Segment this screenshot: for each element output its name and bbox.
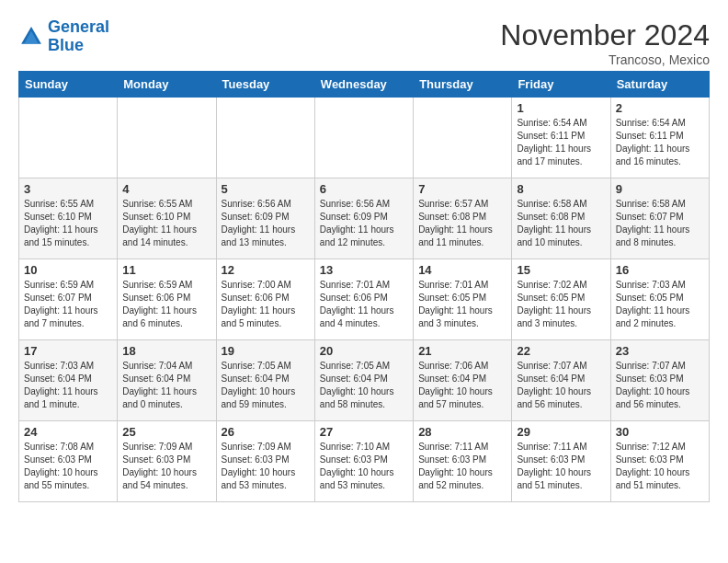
logo-text: General Blue [48,18,109,55]
day-info: Sunrise: 7:03 AM Sunset: 6:04 PM Dayligh… [24,360,112,411]
day-number: 6 [320,182,408,196]
day-number: 14 [418,263,506,277]
calendar-header: SundayMondayTuesdayWednesdayThursdayFrid… [19,72,710,98]
calendar-cell: 17Sunrise: 7:03 AM Sunset: 6:04 PM Dayli… [19,340,118,421]
page-header: General Blue November 2024 Trancoso, Mex… [18,18,710,67]
day-number: 29 [517,425,605,439]
calendar-table: SundayMondayTuesdayWednesdayThursdayFrid… [18,71,710,502]
day-number: 24 [24,425,112,439]
calendar-cell: 14Sunrise: 7:01 AM Sunset: 6:05 PM Dayli… [414,259,512,340]
month-title: November 2024 [500,18,710,52]
day-info: Sunrise: 7:08 AM Sunset: 6:03 PM Dayligh… [24,441,112,492]
day-info: Sunrise: 7:03 AM Sunset: 6:05 PM Dayligh… [616,279,704,330]
calendar-cell: 7Sunrise: 6:57 AM Sunset: 6:08 PM Daylig… [414,178,512,259]
day-number: 28 [418,425,506,439]
calendar-cell: 19Sunrise: 7:05 AM Sunset: 6:04 PM Dayli… [216,340,314,421]
calendar-cell [118,98,216,178]
day-number: 21 [418,344,506,358]
day-info: Sunrise: 6:58 AM Sunset: 6:07 PM Dayligh… [616,198,704,249]
day-number: 10 [24,263,112,277]
weekday-header-saturday: Saturday [610,72,709,98]
day-number: 4 [122,182,210,196]
day-info: Sunrise: 6:56 AM Sunset: 6:09 PM Dayligh… [222,198,310,249]
title-block: November 2024 Trancoso, Mexico [500,18,710,67]
weekday-header-tuesday: Tuesday [216,72,314,98]
day-number: 1 [517,101,605,115]
calendar-cell: 10Sunrise: 6:59 AM Sunset: 6:07 PM Dayli… [19,259,118,340]
day-number: 8 [517,182,605,196]
day-info: Sunrise: 6:55 AM Sunset: 6:10 PM Dayligh… [122,198,210,249]
weekday-header-monday: Monday [118,72,216,98]
day-number: 9 [616,182,704,196]
calendar-cell: 5Sunrise: 6:56 AM Sunset: 6:09 PM Daylig… [216,178,314,259]
day-info: Sunrise: 6:55 AM Sunset: 6:10 PM Dayligh… [24,198,112,249]
location: Trancoso, Mexico [500,52,710,67]
logo: General Blue [18,18,109,55]
day-info: Sunrise: 7:06 AM Sunset: 6:04 PM Dayligh… [418,360,506,411]
calendar-cell: 16Sunrise: 7:03 AM Sunset: 6:05 PM Dayli… [610,259,709,340]
weekday-header-wednesday: Wednesday [314,72,413,98]
day-number: 17 [24,344,112,358]
calendar-week-1: 3Sunrise: 6:55 AM Sunset: 6:10 PM Daylig… [19,178,710,259]
day-info: Sunrise: 6:59 AM Sunset: 6:07 PM Dayligh… [24,279,112,330]
calendar-cell: 11Sunrise: 6:59 AM Sunset: 6:06 PM Dayli… [118,259,216,340]
calendar-cell: 18Sunrise: 7:04 AM Sunset: 6:04 PM Dayli… [118,340,216,421]
calendar-cell: 20Sunrise: 7:05 AM Sunset: 6:04 PM Dayli… [314,340,413,421]
calendar-cell: 13Sunrise: 7:01 AM Sunset: 6:06 PM Dayli… [314,259,413,340]
day-number: 26 [222,425,310,439]
calendar-cell: 3Sunrise: 6:55 AM Sunset: 6:10 PM Daylig… [19,178,118,259]
calendar-cell [314,98,413,178]
calendar-cell: 25Sunrise: 7:09 AM Sunset: 6:03 PM Dayli… [118,421,216,502]
day-info: Sunrise: 6:59 AM Sunset: 6:06 PM Dayligh… [122,279,210,330]
day-info: Sunrise: 7:01 AM Sunset: 6:05 PM Dayligh… [418,279,506,330]
day-number: 2 [616,101,704,115]
weekday-header-friday: Friday [512,72,610,98]
day-info: Sunrise: 7:09 AM Sunset: 6:03 PM Dayligh… [122,441,210,492]
day-number: 3 [24,182,112,196]
day-info: Sunrise: 6:57 AM Sunset: 6:08 PM Dayligh… [418,198,506,249]
day-info: Sunrise: 6:54 AM Sunset: 6:11 PM Dayligh… [616,117,704,168]
calendar-cell: 9Sunrise: 6:58 AM Sunset: 6:07 PM Daylig… [610,178,709,259]
calendar-cell: 15Sunrise: 7:02 AM Sunset: 6:05 PM Dayli… [512,259,610,340]
day-number: 12 [222,263,310,277]
calendar-cell: 22Sunrise: 7:07 AM Sunset: 6:04 PM Dayli… [512,340,610,421]
calendar-week-4: 24Sunrise: 7:08 AM Sunset: 6:03 PM Dayli… [19,421,710,502]
calendar-cell: 26Sunrise: 7:09 AM Sunset: 6:03 PM Dayli… [216,421,314,502]
calendar-body: 1Sunrise: 6:54 AM Sunset: 6:11 PM Daylig… [19,98,710,502]
calendar-week-3: 17Sunrise: 7:03 AM Sunset: 6:04 PM Dayli… [19,340,710,421]
calendar-cell [19,98,118,178]
day-number: 20 [320,344,408,358]
day-number: 27 [320,425,408,439]
day-number: 18 [122,344,210,358]
day-info: Sunrise: 7:07 AM Sunset: 6:03 PM Dayligh… [616,360,704,411]
day-number: 19 [222,344,310,358]
calendar-cell: 8Sunrise: 6:58 AM Sunset: 6:08 PM Daylig… [512,178,610,259]
calendar-cell: 12Sunrise: 7:00 AM Sunset: 6:06 PM Dayli… [216,259,314,340]
day-number: 16 [616,263,704,277]
day-number: 23 [616,344,704,358]
calendar-cell [414,98,512,178]
calendar-cell: 27Sunrise: 7:10 AM Sunset: 6:03 PM Dayli… [314,421,413,502]
header-row: SundayMondayTuesdayWednesdayThursdayFrid… [19,72,710,98]
day-info: Sunrise: 7:11 AM Sunset: 6:03 PM Dayligh… [418,441,506,492]
day-info: Sunrise: 6:54 AM Sunset: 6:11 PM Dayligh… [517,117,605,168]
calendar-cell: 21Sunrise: 7:06 AM Sunset: 6:04 PM Dayli… [414,340,512,421]
calendar-cell: 23Sunrise: 7:07 AM Sunset: 6:03 PM Dayli… [610,340,709,421]
day-info: Sunrise: 6:56 AM Sunset: 6:09 PM Dayligh… [320,198,408,249]
day-info: Sunrise: 7:12 AM Sunset: 6:03 PM Dayligh… [616,441,704,492]
day-info: Sunrise: 7:01 AM Sunset: 6:06 PM Dayligh… [320,279,408,330]
calendar-cell: 1Sunrise: 6:54 AM Sunset: 6:11 PM Daylig… [512,98,610,178]
day-number: 22 [517,344,605,358]
day-number: 13 [320,263,408,277]
day-info: Sunrise: 6:58 AM Sunset: 6:08 PM Dayligh… [517,198,605,249]
logo-icon [18,24,44,50]
calendar-week-0: 1Sunrise: 6:54 AM Sunset: 6:11 PM Daylig… [19,98,710,178]
calendar-cell: 4Sunrise: 6:55 AM Sunset: 6:10 PM Daylig… [118,178,216,259]
day-info: Sunrise: 7:11 AM Sunset: 6:03 PM Dayligh… [517,441,605,492]
day-number: 7 [418,182,506,196]
day-info: Sunrise: 7:02 AM Sunset: 6:05 PM Dayligh… [517,279,605,330]
day-info: Sunrise: 7:04 AM Sunset: 6:04 PM Dayligh… [122,360,210,411]
calendar-cell: 29Sunrise: 7:11 AM Sunset: 6:03 PM Dayli… [512,421,610,502]
calendar-cell [216,98,314,178]
calendar-cell: 6Sunrise: 6:56 AM Sunset: 6:09 PM Daylig… [314,178,413,259]
